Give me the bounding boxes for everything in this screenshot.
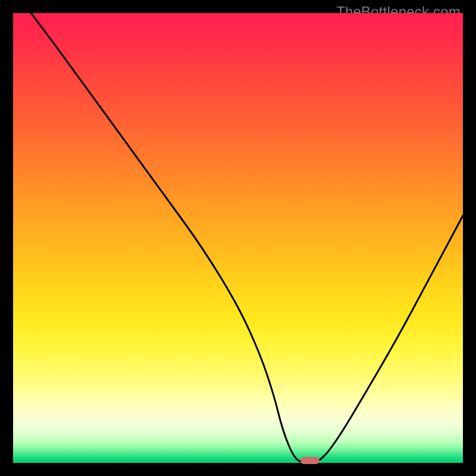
chart-frame: TheBottleneck.com (0, 0, 476, 476)
optimal-point-marker (300, 457, 320, 464)
plot-area (13, 13, 463, 463)
bottleneck-curve (31, 13, 463, 463)
curve-svg (13, 13, 463, 463)
